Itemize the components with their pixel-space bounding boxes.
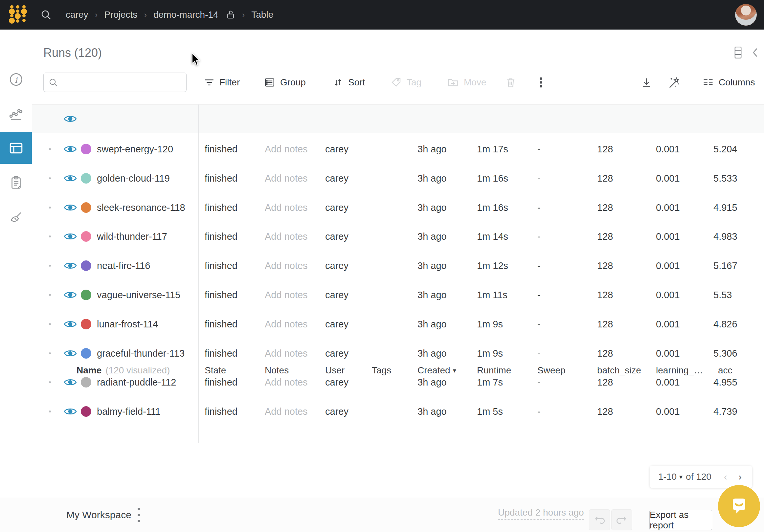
chat-support-button[interactable] [718, 485, 760, 527]
add-notes-placeholder[interactable]: Add notes [265, 251, 308, 280]
move-button[interactable]: Move [447, 73, 486, 92]
run-created: 3h ago [418, 339, 447, 368]
table-row[interactable]: swept-energy-120 finished Add notes care… [0, 135, 764, 164]
run-runtime: 1m 12s [477, 251, 508, 280]
row-visibility-eye-icon[interactable] [64, 310, 77, 339]
add-notes-placeholder[interactable]: Add notes [265, 193, 308, 222]
drag-handle-dot[interactable] [49, 323, 51, 325]
run-acc: 4.826 [713, 310, 737, 339]
breadcrumb-project[interactable]: demo-march-14 [153, 10, 218, 20]
prev-page-chevron-icon[interactable]: ‹ [724, 471, 727, 482]
run-sweep: - [537, 193, 541, 222]
drag-handle-dot[interactable] [49, 207, 51, 209]
columns-button[interactable]: Columns [702, 73, 755, 92]
more-actions-button[interactable] [535, 73, 547, 92]
row-visibility-eye-icon[interactable] [64, 339, 77, 368]
row-visibility-eye-icon[interactable] [64, 222, 77, 251]
filter-button[interactable]: Filter [204, 73, 240, 92]
run-name-link[interactable]: neat-fire-116 [97, 251, 150, 280]
table-row[interactable]: wild-thunder-117 finished Add notes care… [0, 222, 764, 251]
add-notes-placeholder[interactable]: Add notes [265, 135, 308, 164]
drag-handle-dot[interactable] [49, 177, 51, 179]
run-acc: 4.955 [713, 368, 737, 397]
drag-handle-dot[interactable] [49, 265, 51, 266]
sidebar-item-charts[interactable] [0, 98, 32, 130]
row-visibility-eye-icon[interactable] [64, 135, 77, 164]
run-name-link[interactable]: sleek-resonance-118 [97, 193, 185, 222]
dropdown-caret-icon: ▾ [679, 473, 682, 481]
run-learning-rate: 0.001 [656, 339, 680, 368]
next-page-chevron-icon[interactable]: › [738, 471, 742, 482]
row-visibility-eye-icon[interactable] [64, 193, 77, 222]
row-visibility-eye-icon[interactable] [64, 397, 77, 426]
global-search-icon[interactable] [40, 9, 52, 21]
magic-wand-icon [667, 76, 680, 89]
filter-icon [204, 77, 215, 88]
add-notes-placeholder[interactable]: Add notes [265, 397, 308, 426]
run-batch-size: 128 [597, 135, 613, 164]
row-visibility-eye-icon[interactable] [64, 368, 77, 397]
table-row[interactable]: graceful-thunder-113 finished Add notes … [0, 339, 764, 368]
run-name-link[interactable]: graceful-thunder-113 [97, 339, 185, 368]
add-notes-placeholder[interactable]: Add notes [265, 339, 308, 368]
redo-button[interactable] [611, 509, 632, 530]
updated-timestamp: Updated 2 hours ago [498, 497, 584, 530]
row-visibility-eye-icon[interactable] [64, 280, 77, 309]
run-name-link[interactable]: balmy-field-111 [97, 397, 161, 426]
drag-handle-dot[interactable] [49, 294, 51, 296]
run-state: finished [205, 339, 238, 368]
table-row[interactable]: golden-cloud-119 finished Add notes care… [0, 164, 764, 193]
toggle-all-eye-icon[interactable] [64, 104, 77, 133]
add-notes-placeholder[interactable]: Add notes [265, 280, 308, 309]
table-row[interactable]: balmy-field-111 finished Add notes carey… [0, 397, 764, 426]
row-visibility-eye-icon[interactable] [64, 251, 77, 280]
add-notes-placeholder[interactable]: Add notes [265, 310, 308, 339]
info-icon: i [9, 72, 24, 87]
run-name-link[interactable]: lunar-frost-114 [97, 310, 158, 339]
run-name-link[interactable]: vague-universe-115 [97, 280, 180, 309]
drag-handle-dot[interactable] [49, 352, 51, 354]
panel-layout-icon[interactable] [733, 46, 743, 59]
drag-handle-dot[interactable] [49, 411, 51, 413]
workspace-menu-button[interactable] [135, 508, 142, 522]
group-button[interactable]: Group [264, 73, 306, 92]
run-learning-rate: 0.001 [656, 164, 680, 193]
table-row[interactable]: lunar-frost-114 finished Add notes carey… [0, 310, 764, 339]
add-notes-placeholder[interactable]: Add notes [265, 164, 308, 193]
download-button[interactable] [640, 73, 653, 92]
drag-handle-dot[interactable] [49, 236, 51, 238]
sidebar-item-overview[interactable]: i [0, 63, 32, 95]
magic-wand-button[interactable] [667, 73, 680, 92]
updated-link[interactable]: Updated 2 hours ago [498, 507, 584, 520]
drag-handle-dot[interactable] [49, 148, 51, 150]
run-batch-size: 128 [597, 164, 613, 193]
breadcrumb-page[interactable]: Table [251, 10, 273, 20]
delete-button[interactable] [504, 73, 517, 92]
add-notes-placeholder[interactable]: Add notes [265, 368, 308, 397]
table-row[interactable]: vague-universe-115 finished Add notes ca… [0, 280, 764, 309]
run-name-link[interactable]: wild-thunder-117 [97, 222, 167, 251]
breadcrumb-projects[interactable]: Projects [104, 10, 137, 20]
page-range-dropdown[interactable]: 1-10▾ [658, 471, 682, 482]
table-row[interactable]: radiant-puddle-112 finished Add notes ca… [0, 368, 764, 397]
undo-button[interactable] [589, 509, 610, 530]
add-notes-placeholder[interactable]: Add notes [265, 222, 308, 251]
run-name-link[interactable]: swept-energy-120 [97, 135, 173, 164]
tag-button[interactable]: Tag [390, 73, 421, 92]
search-input[interactable] [62, 77, 182, 88]
drag-handle-dot[interactable] [49, 381, 51, 383]
table-row[interactable]: neat-fire-116 finished Add notes carey 3… [0, 251, 764, 280]
export-as-report-button[interactable]: Export as report [650, 510, 712, 530]
table-row[interactable]: sleek-resonance-118 finished Add notes c… [0, 193, 764, 222]
collapse-chevron-icon[interactable] [751, 47, 759, 58]
wandb-logo-icon[interactable] [5, 3, 30, 27]
run-name-link[interactable]: radiant-puddle-112 [97, 368, 176, 397]
workspace-label[interactable]: My Workspace [66, 497, 131, 532]
sort-button[interactable]: Sort [332, 73, 365, 92]
run-state: finished [205, 368, 238, 397]
user-avatar[interactable] [735, 4, 757, 26]
row-visibility-eye-icon[interactable] [64, 164, 77, 193]
run-name-link[interactable]: golden-cloud-119 [97, 164, 170, 193]
breadcrumb-user[interactable]: carey [66, 10, 88, 20]
run-sweep: - [537, 339, 541, 368]
